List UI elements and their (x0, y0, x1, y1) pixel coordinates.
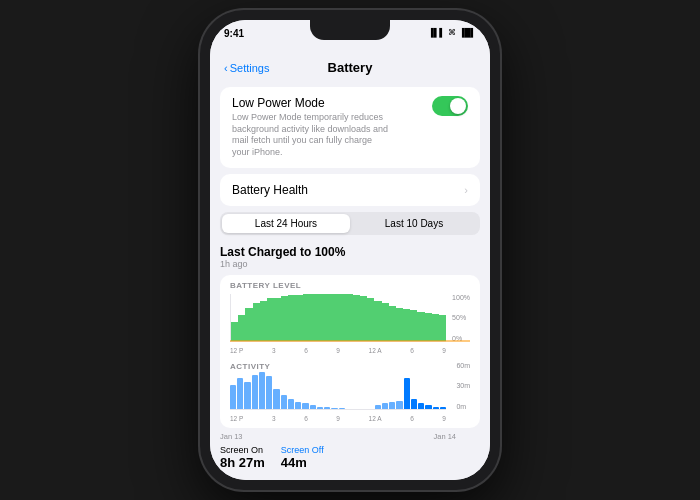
x-label-6a: 6 (410, 347, 414, 354)
x-label-12p: 12 P (230, 347, 243, 354)
screen-on-value: 8h 27m (220, 455, 265, 470)
battery-chart-label: BATTERY LEVEL (230, 281, 470, 290)
activity-y-labels: 60m 30m 0m (456, 362, 470, 410)
status-icons: ▐▌▌ ⌘ ▐█▌ (428, 28, 476, 37)
battery-level-chart-section: BATTERY LEVEL 100% 50% 0% 12 P 3 6 9 12 … (220, 275, 480, 428)
chevron-right-icon: › (464, 184, 468, 196)
low-power-label: Low Power Mode (232, 96, 392, 110)
screen-off-label: Screen Off (281, 445, 324, 455)
act-x-12a: 12 A (369, 415, 382, 422)
status-time: 9:41 (224, 28, 244, 39)
activity-chart-label: ACTIVITY (230, 362, 470, 371)
phone-frame: 9:41 ▐▌▌ ⌘ ▐█▌ ‹ Settings Battery Low Po… (200, 10, 500, 490)
date-jan13: Jan 13 (220, 432, 243, 441)
tab-24-hours[interactable]: Last 24 Hours (222, 214, 350, 233)
act-x-6a: 6 (410, 415, 414, 422)
back-label: Settings (230, 62, 270, 74)
act-y-60: 60m (456, 362, 470, 369)
battery-chart: 100% 50% 0% 12 P 3 6 9 12 A 6 9 (230, 294, 470, 354)
time-range-tabs: Last 24 Hours Last 10 Days (220, 212, 480, 235)
screen-off-legend: Screen Off 44m (281, 445, 324, 470)
x-label-9a: 9 (442, 347, 446, 354)
activity-chart: ACTIVITY 60m 30m 0m 12 P 3 6 9 12 A 6 (230, 362, 470, 422)
date-jan14: Jan 14 (433, 432, 456, 441)
act-y-0: 0m (456, 403, 470, 410)
signal-icon: ▐▌▌ (428, 28, 445, 37)
x-label-12a: 12 A (369, 347, 382, 354)
x-label-3: 3 (272, 347, 276, 354)
low-power-description: Low Power Mode temporarily reduces backg… (232, 112, 392, 159)
date-labels: Jan 13 Jan 14 (210, 432, 490, 441)
battery-health-item[interactable]: Battery Health › (220, 174, 480, 206)
toggle-knob (450, 98, 466, 114)
x-label-9: 9 (336, 347, 340, 354)
charge-info: Last Charged to 100% 1h ago (210, 241, 490, 271)
act-x-6: 6 (304, 415, 308, 422)
screen-on-legend: Screen On 8h 27m (220, 445, 265, 470)
y-label-50: 50% (452, 314, 470, 321)
screen-off-value: 44m (281, 455, 324, 470)
battery-chart-area (230, 294, 446, 342)
act-x-9: 9 (336, 415, 340, 422)
act-x-9a: 9 (442, 415, 446, 422)
back-button[interactable]: ‹ Settings (224, 62, 269, 74)
tab-10-days[interactable]: Last 10 Days (350, 214, 478, 233)
phone-screen: 9:41 ▐▌▌ ⌘ ▐█▌ ‹ Settings Battery Low Po… (210, 20, 490, 480)
y-label-100: 100% (452, 294, 470, 301)
charge-subtitle: 1h ago (220, 259, 480, 269)
content-area: Low Power Mode Low Power Mode temporaril… (210, 81, 490, 480)
battery-icon: ▐█▌ (459, 28, 476, 37)
legend: Screen On 8h 27m Screen Off 44m (210, 441, 490, 472)
notch (310, 20, 390, 40)
charge-title: Last Charged to 100% (220, 245, 480, 259)
activity-x-labels: 12 P 3 6 9 12 A 6 9 (230, 415, 446, 422)
low-power-item: Low Power Mode Low Power Mode temporaril… (220, 87, 480, 168)
battery-health-label: Battery Health (232, 183, 308, 197)
battery-health-section[interactable]: Battery Health › (220, 174, 480, 206)
nav-bar: ‹ Settings Battery (210, 56, 490, 81)
battery-y-labels: 100% 50% 0% (452, 294, 470, 342)
activity-bars-area (230, 372, 446, 410)
act-x-3: 3 (272, 415, 276, 422)
battery-x-labels: 12 P 3 6 9 12 A 6 9 (230, 347, 446, 354)
screen-on-label: Screen On (220, 445, 265, 455)
act-y-30: 30m (456, 382, 470, 389)
low-power-text: Low Power Mode Low Power Mode temporaril… (232, 96, 392, 159)
status-bar: 9:41 ▐▌▌ ⌘ ▐█▌ (210, 20, 490, 56)
act-x-12p: 12 P (230, 415, 243, 422)
wifi-icon: ⌘ (448, 28, 456, 37)
chevron-left-icon: ‹ (224, 62, 228, 74)
page-title: Battery (328, 60, 373, 75)
low-power-section: Low Power Mode Low Power Mode temporaril… (220, 87, 480, 168)
x-label-6: 6 (304, 347, 308, 354)
low-power-toggle[interactable] (432, 96, 468, 116)
